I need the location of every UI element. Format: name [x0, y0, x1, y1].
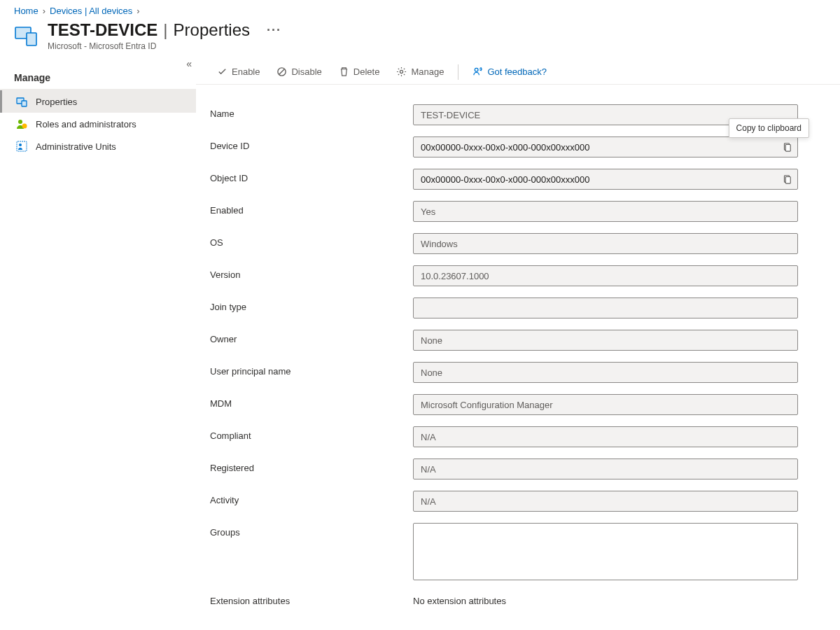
sidebar-item-label: Properties	[36, 97, 77, 107]
page-title-device: TEST-DEVICE	[48, 20, 158, 40]
label-ext-attr: Extension attributes	[210, 592, 413, 606]
sidebar-item-properties[interactable]: Properties	[0, 90, 196, 113]
sidebar-item-roles[interactable]: Roles and administrators	[0, 113, 196, 135]
sidebar-item-label: Roles and administrators	[36, 119, 136, 130]
label-os: OS	[210, 233, 413, 248]
label-groups: Groups	[210, 523, 413, 538]
label-owner: Owner	[210, 330, 413, 344]
chevron-right-icon: ›	[136, 6, 139, 16]
sidebar-heading: Manage	[0, 59, 196, 90]
breadcrumb: Home › Devices | All devices ›	[0, 0, 840, 19]
page-title-section: Properties	[174, 20, 250, 40]
collapse-sidebar-icon[interactable]: «	[186, 58, 192, 69]
manage-button[interactable]: Manage	[389, 64, 451, 80]
gear-icon	[396, 66, 407, 77]
label-device-id: Device ID	[210, 136, 413, 151]
svg-line-9	[279, 69, 285, 75]
svg-point-7	[19, 144, 22, 146]
label-compliant: Compliant	[210, 426, 413, 441]
main-panel: Enable Disable Delete Manage Got feedbac…	[196, 59, 840, 626]
sidebar-item-label: Administrative Units	[36, 141, 116, 152]
label-enabled: Enabled	[210, 201, 413, 216]
toolbar-label: Got feedback?	[487, 66, 547, 77]
field-version[interactable]	[413, 265, 798, 286]
field-object-id[interactable]	[413, 169, 798, 190]
label-object-id: Object ID	[210, 169, 413, 183]
copy-object-id-button[interactable]	[776, 169, 797, 189]
chevron-right-icon: ›	[43, 6, 46, 16]
toolbar-label: Delete	[354, 66, 380, 77]
properties-form: Name Device ID Copy to clipboard Object …	[196, 85, 840, 630]
field-owner[interactable]	[413, 330, 798, 351]
label-mdm: MDM	[210, 394, 413, 409]
field-compliant[interactable]	[413, 426, 798, 447]
label-registered: Registered	[210, 458, 413, 473]
label-join-type: Join type	[210, 298, 413, 312]
copy-tooltip: Copy to clipboard	[729, 118, 809, 138]
svg-point-5	[22, 124, 27, 129]
label-upn: User principal name	[210, 362, 413, 377]
title-separator: |	[163, 20, 167, 40]
feedback-button[interactable]: Got feedback?	[465, 64, 554, 80]
sidebar: « Manage Properties Roles and administra…	[0, 59, 196, 626]
breadcrumb-devices[interactable]: Devices | All devices	[50, 6, 132, 16]
trash-icon	[339, 66, 349, 77]
toolbar-label: Disable	[291, 66, 321, 77]
field-upn[interactable]	[413, 362, 798, 383]
label-activity: Activity	[210, 491, 413, 505]
field-registered[interactable]	[413, 458, 798, 479]
toolbar-label: Enable	[232, 66, 260, 77]
roles-icon	[16, 118, 27, 130]
field-join-type[interactable]	[413, 298, 798, 318]
more-button[interactable]: ···	[267, 23, 281, 38]
toolbar: Enable Disable Delete Manage Got feedbac…	[196, 59, 840, 85]
delete-button[interactable]: Delete	[332, 64, 387, 80]
disable-button[interactable]: Disable	[270, 64, 328, 80]
feedback-icon	[472, 66, 483, 77]
device-icon	[14, 23, 39, 48]
svg-rect-3	[22, 101, 27, 106]
field-mdm[interactable]	[413, 394, 798, 415]
svg-rect-15	[785, 177, 790, 184]
svg-rect-13	[785, 145, 790, 152]
clipboard-icon	[782, 142, 792, 152]
field-enabled[interactable]	[413, 201, 798, 222]
field-activity[interactable]	[413, 491, 798, 512]
blocked-icon	[276, 66, 287, 77]
field-groups[interactable]	[413, 523, 798, 580]
svg-point-11	[475, 68, 479, 71]
toolbar-label: Manage	[411, 66, 444, 77]
label-version: Version	[210, 265, 413, 280]
svg-rect-1	[27, 33, 36, 46]
toolbar-divider	[458, 64, 458, 80]
field-ext-attr: No extension attributes	[413, 592, 506, 606]
label-name: Name	[210, 104, 413, 119]
page-header: TEST-DEVICE | Properties ··· Microsoft -…	[0, 19, 840, 59]
admin-units-icon	[16, 141, 27, 152]
breadcrumb-home[interactable]: Home	[14, 6, 38, 16]
svg-point-4	[18, 120, 22, 124]
page-subtitle: Microsoft - Microsoft Entra ID	[48, 41, 281, 51]
properties-icon	[16, 96, 27, 107]
clipboard-icon	[782, 174, 792, 184]
copy-device-id-button[interactable]	[776, 137, 797, 157]
field-device-id[interactable]	[413, 136, 798, 158]
enable-button[interactable]: Enable	[210, 64, 267, 80]
check-icon	[217, 66, 227, 77]
field-os[interactable]	[413, 233, 798, 254]
svg-point-10	[400, 70, 403, 73]
sidebar-item-admin-units[interactable]: Administrative Units	[0, 135, 196, 158]
